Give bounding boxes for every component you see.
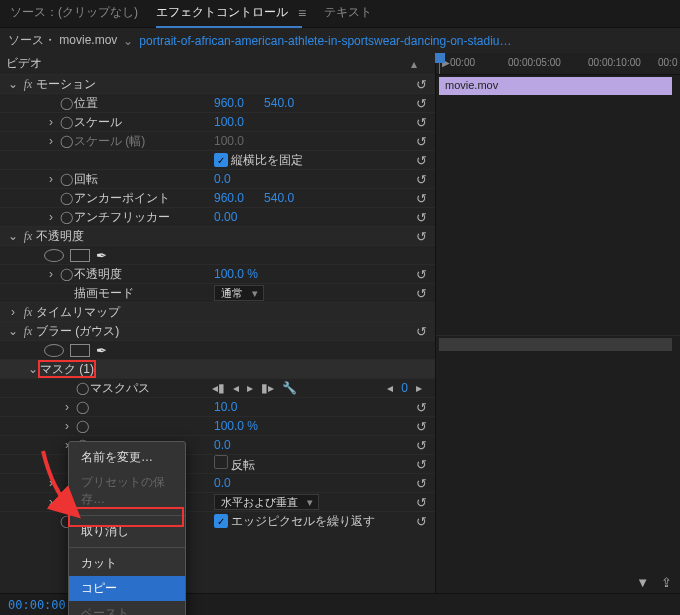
effect-controls-panel: ビデオ ▴ ⌄ fx モーション ↺ ◯ 位置 960.0540.0 ↺ ›◯ … xyxy=(0,53,435,596)
position-y[interactable]: 540.0 xyxy=(264,96,294,110)
twirl-icon[interactable]: ⌄ xyxy=(6,324,20,338)
mask-opacity-value[interactable]: 100.0 % xyxy=(214,419,258,433)
reset-icon[interactable]: ↺ xyxy=(416,115,427,130)
pen-mask-icon[interactable]: ✒ xyxy=(96,343,107,358)
pen-mask-icon[interactable]: ✒ xyxy=(96,248,107,263)
tab-source[interactable]: ソース：(クリップなし) xyxy=(10,4,138,21)
twirl-icon[interactable]: › xyxy=(44,210,58,224)
keyframe-lane[interactable] xyxy=(439,338,672,351)
ctx-copy[interactable]: コピー xyxy=(69,576,185,601)
reset-icon: ↺ xyxy=(416,134,427,149)
timeline-clip[interactable]: movie.mov xyxy=(439,77,672,95)
twirl-icon[interactable]: › xyxy=(60,419,74,433)
stopwatch-icon[interactable]: ◯ xyxy=(58,267,74,281)
prop-rotation: 回転 xyxy=(74,171,106,188)
scale-value[interactable]: 100.0 xyxy=(214,115,244,129)
source-name: ソース・ movie.mov xyxy=(8,32,117,49)
wrench-icon[interactable]: 🔧 xyxy=(282,381,297,395)
kf-prev-icon[interactable]: ◂ xyxy=(387,381,393,395)
reset-icon[interactable]: ↺ xyxy=(416,514,427,529)
reset-icon[interactable]: ↺ xyxy=(416,419,427,434)
filter-icon[interactable]: ▼ xyxy=(636,575,649,590)
prop-scalew: スケール (幅) xyxy=(74,133,153,150)
chevron-down-icon[interactable]: ⌄ xyxy=(123,34,133,48)
sequence-link[interactable]: portrait-of-african-american-athlete-in-… xyxy=(139,34,511,48)
prop-anchor: アンカーポイント xyxy=(74,190,178,207)
ctx-rename[interactable]: 名前を変更… xyxy=(69,445,185,470)
section-timeremap[interactable]: タイムリマップ xyxy=(36,304,128,321)
stopwatch-icon[interactable]: ◯ xyxy=(58,96,74,110)
twirl-icon[interactable]: › xyxy=(44,267,58,281)
rect-mask-icon[interactable] xyxy=(70,344,90,357)
time-ruler[interactable]: ▶00:00 00:00:05:00 00:00:10:00 00:0 xyxy=(436,53,680,75)
stopwatch-icon[interactable]: ◯ xyxy=(74,419,90,433)
twirl-icon[interactable]: ⌄ xyxy=(6,229,20,243)
twirl-icon[interactable]: › xyxy=(6,305,20,319)
twirl-icon[interactable]: › xyxy=(60,400,74,414)
reset-icon[interactable]: ↺ xyxy=(416,153,427,168)
invert-label: 反転 xyxy=(231,458,255,472)
scroll-up-icon[interactable]: ▴ xyxy=(411,57,427,71)
reset-icon[interactable]: ↺ xyxy=(416,172,427,187)
reset-icon[interactable]: ↺ xyxy=(416,286,427,301)
stopwatch-icon[interactable]: ◯ xyxy=(74,400,90,414)
position-x[interactable]: 960.0 xyxy=(214,96,244,110)
section-blur[interactable]: ブラー (ガウス) xyxy=(36,323,127,340)
repeat-label: エッジピクセルを繰り返す xyxy=(231,514,375,528)
mask-feather-value[interactable]: 10.0 xyxy=(214,400,237,414)
rotation-value[interactable]: 0.0 xyxy=(214,172,231,186)
ctx-cut[interactable]: カット xyxy=(69,551,185,576)
reset-icon[interactable]: ↺ xyxy=(416,96,427,111)
stopwatch-icon[interactable]: ◯ xyxy=(58,115,74,129)
section-opacity[interactable]: 不透明度 xyxy=(36,228,92,245)
twirl-icon[interactable]: › xyxy=(44,115,58,129)
twirl-icon[interactable]: › xyxy=(44,172,58,186)
ctx-paste: ペースト xyxy=(69,601,185,615)
section-motion[interactable]: モーション xyxy=(36,76,104,93)
twirl-icon[interactable]: ⌄ xyxy=(26,362,40,376)
kf-next-icon[interactable]: ▸ xyxy=(416,381,422,395)
reset-icon[interactable]: ↺ xyxy=(416,457,427,472)
play-icon[interactable]: ▸ xyxy=(247,381,253,395)
fx-icon[interactable]: fx xyxy=(20,229,36,244)
reset-icon[interactable]: ↺ xyxy=(416,438,427,453)
reset-icon[interactable]: ↺ xyxy=(416,267,427,282)
twirl-icon[interactable]: › xyxy=(44,476,58,490)
ellipse-mask-icon[interactable] xyxy=(44,344,64,357)
twirl-icon[interactable]: › xyxy=(44,495,58,509)
rect-mask-icon[interactable] xyxy=(70,249,90,262)
playhead[interactable] xyxy=(439,53,440,74)
stopwatch-icon[interactable]: ◯ xyxy=(58,191,74,205)
checkbox-uniform-scale[interactable]: ✓ xyxy=(214,153,228,167)
checkbox-repeat-edge[interactable]: ✓ xyxy=(214,514,228,528)
step-back-icon[interactable]: ◂ xyxy=(233,381,239,395)
ellipse-mask-icon[interactable] xyxy=(44,249,64,262)
track-back-icon[interactable]: ◂▮ xyxy=(212,381,225,395)
stopwatch-icon[interactable]: ◯ xyxy=(58,172,74,186)
stopwatch-icon[interactable]: ◯ xyxy=(74,381,90,395)
export-icon[interactable]: ⇪ xyxy=(661,575,672,590)
tab-text[interactable]: テキスト xyxy=(324,4,372,21)
checkbox-invert[interactable] xyxy=(214,455,228,469)
reset-icon[interactable]: ↺ xyxy=(416,77,427,92)
panel-menu-icon[interactable]: ≡ xyxy=(298,5,306,21)
mask-expansion-value[interactable]: 0.0 xyxy=(214,438,231,452)
fx-icon[interactable]: fx xyxy=(20,324,36,339)
stopwatch-icon[interactable]: ◯ xyxy=(58,210,74,224)
twirl-icon[interactable]: ⌄ xyxy=(6,77,20,91)
fx-icon[interactable]: fx xyxy=(20,305,36,320)
reset-icon[interactable]: ↺ xyxy=(416,229,427,244)
fx-icon[interactable]: fx xyxy=(20,77,36,92)
ctx-undo[interactable]: 取り消し xyxy=(69,519,185,544)
reset-icon[interactable]: ↺ xyxy=(416,210,427,225)
mask-item[interactable]: マスク (1) xyxy=(40,361,102,378)
reset-icon[interactable]: ↺ xyxy=(416,191,427,206)
step-fwd-icon[interactable]: ▮▸ xyxy=(261,381,274,395)
reset-icon[interactable]: ↺ xyxy=(416,495,427,510)
blend-mode-dropdown[interactable]: 通常 xyxy=(214,285,264,301)
tab-effect-controls[interactable]: エフェクトコントロール xyxy=(156,4,288,21)
reset-icon[interactable]: ↺ xyxy=(416,400,427,415)
reset-icon[interactable]: ↺ xyxy=(416,476,427,491)
reset-icon[interactable]: ↺ xyxy=(416,324,427,339)
direction-dropdown[interactable]: 水平および垂直 xyxy=(214,494,319,510)
